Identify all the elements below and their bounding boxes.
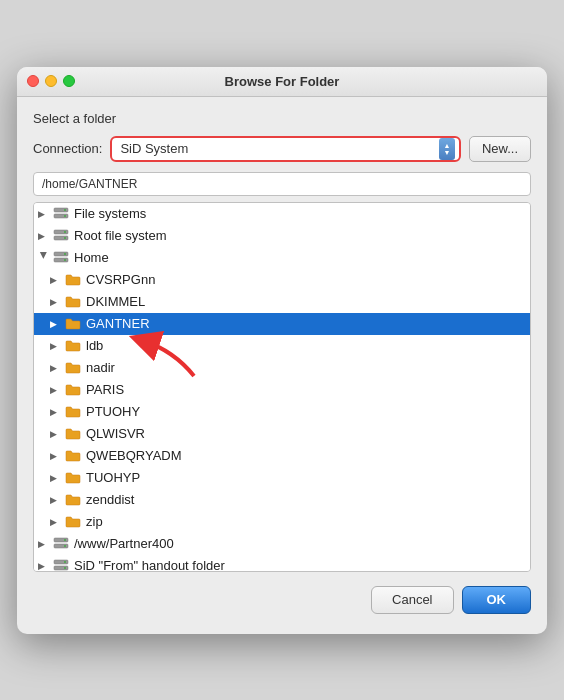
tree-item-label: Home	[74, 250, 109, 265]
svg-point-14	[64, 539, 66, 541]
expand-arrow-icon: ▶	[38, 209, 50, 219]
tree-item-label: ldb	[86, 338, 103, 353]
path-bar: /home/GANTNER	[33, 172, 531, 196]
svg-point-11	[64, 259, 66, 261]
svg-point-15	[64, 545, 66, 547]
svg-point-3	[64, 215, 66, 217]
dialog-title: Browse For Folder	[225, 74, 340, 89]
tree-item-label: GANTNER	[86, 316, 150, 331]
minimize-button[interactable]	[45, 75, 57, 87]
expand-arrow-icon: ▶	[38, 561, 50, 571]
expand-arrow-icon: ▶	[50, 275, 62, 285]
select-label: Select a folder	[33, 111, 531, 126]
tree-item-label: DKIMMEL	[86, 294, 145, 309]
folder-icon	[64, 514, 82, 530]
tree-item[interactable]: ▶QLWISVR	[34, 423, 530, 445]
tree-item-label: SiD "From" handout folder	[74, 558, 225, 572]
expand-arrow-icon: ▶	[38, 539, 50, 549]
svg-point-10	[64, 253, 66, 255]
expand-arrow-icon: ▶	[38, 231, 50, 241]
tree-item-label: TUOHYP	[86, 470, 140, 485]
titlebar: Browse For Folder	[17, 67, 547, 97]
svg-point-7	[64, 237, 66, 239]
tree-item[interactable]: ▶PARIS	[34, 379, 530, 401]
dialog-content: Select a folder Connection: SiD System ▲…	[17, 97, 547, 634]
folder-icon	[64, 492, 82, 508]
expand-arrow-icon: ▶	[50, 407, 62, 417]
server-icon	[52, 206, 70, 222]
tree-item[interactable]: ▶Root file system	[34, 225, 530, 247]
tree-item-label: PARIS	[86, 382, 124, 397]
tree-item[interactable]: ▶nadir	[34, 357, 530, 379]
folder-icon	[64, 360, 82, 376]
tree-item[interactable]: ▶ldb	[34, 335, 530, 357]
svg-point-19	[64, 567, 66, 569]
folder-icon	[64, 338, 82, 354]
server-icon	[52, 250, 70, 266]
tree-item[interactable]: ▶QWEBQRYADM	[34, 445, 530, 467]
browse-folder-dialog: Browse For Folder Select a folder Connec…	[17, 67, 547, 634]
tree-item-label: File systems	[74, 206, 146, 221]
svg-point-18	[64, 561, 66, 563]
connection-stepper[interactable]: ▲ ▼	[439, 138, 455, 160]
folder-icon	[64, 426, 82, 442]
tree-item-label: zip	[86, 514, 103, 529]
ok-button[interactable]: OK	[462, 586, 532, 614]
tree-item-label: nadir	[86, 360, 115, 375]
tree-item[interactable]: ▶/www/Partner400	[34, 533, 530, 555]
tree-item[interactable]: ▶Home	[34, 247, 530, 269]
tree-item[interactable]: ▶DKIMMEL	[34, 291, 530, 313]
expand-arrow-icon: ▶	[50, 341, 62, 351]
traffic-lights	[27, 75, 75, 87]
arrow-up-icon: ▲	[443, 142, 450, 149]
connection-select-value: SiD System	[116, 141, 438, 156]
tree-item-label: PTUOHY	[86, 404, 140, 419]
connection-row: Connection: SiD System ▲ ▼ New...	[33, 136, 531, 162]
expand-arrow-icon: ▶	[39, 252, 49, 264]
expand-arrow-icon: ▶	[50, 451, 62, 461]
expand-arrow-icon: ▶	[50, 517, 62, 527]
folder-icon	[64, 448, 82, 464]
svg-point-6	[64, 231, 66, 233]
new-button[interactable]: New...	[469, 136, 531, 162]
expand-arrow-icon: ▶	[50, 297, 62, 307]
server-icon	[52, 558, 70, 572]
tree-item-label: QLWISVR	[86, 426, 145, 441]
tree-item[interactable]: ▶GANTNER	[34, 313, 530, 335]
arrow-down-icon: ▼	[443, 149, 450, 156]
tree-item-label: CVSRPGnn	[86, 272, 155, 287]
expand-arrow-icon: ▶	[50, 429, 62, 439]
maximize-button[interactable]	[63, 75, 75, 87]
connection-label: Connection:	[33, 141, 102, 156]
folder-tree[interactable]: ▶File systems▶Root file system▶Home▶CVSR…	[33, 202, 531, 572]
tree-item[interactable]: ▶TUOHYP	[34, 467, 530, 489]
tree-item[interactable]: ▶CVSRPGnn	[34, 269, 530, 291]
cancel-button[interactable]: Cancel	[371, 586, 453, 614]
connection-select-wrapper[interactable]: SiD System ▲ ▼	[110, 136, 460, 162]
folder-icon	[64, 470, 82, 486]
bottom-buttons: Cancel OK	[33, 586, 531, 618]
server-icon	[52, 228, 70, 244]
tree-item-label: QWEBQRYADM	[86, 448, 182, 463]
folder-icon	[64, 404, 82, 420]
tree-item-label: zenddist	[86, 492, 134, 507]
tree-item-label: Root file system	[74, 228, 166, 243]
expand-arrow-icon: ▶	[50, 363, 62, 373]
expand-arrow-icon: ▶	[50, 473, 62, 483]
folder-icon	[64, 294, 82, 310]
server-icon	[52, 536, 70, 552]
tree-item-label: /www/Partner400	[74, 536, 174, 551]
tree-item[interactable]: ▶File systems	[34, 203, 530, 225]
svg-point-2	[64, 209, 66, 211]
folder-icon	[64, 316, 82, 332]
expand-arrow-icon: ▶	[50, 495, 62, 505]
folder-icon	[64, 382, 82, 398]
tree-item[interactable]: ▶SiD "From" handout folder	[34, 555, 530, 572]
folder-icon	[64, 272, 82, 288]
expand-arrow-icon: ▶	[50, 319, 62, 329]
tree-item[interactable]: ▶zip	[34, 511, 530, 533]
tree-item[interactable]: ▶zenddist	[34, 489, 530, 511]
expand-arrow-icon: ▶	[50, 385, 62, 395]
close-button[interactable]	[27, 75, 39, 87]
tree-item[interactable]: ▶PTUOHY	[34, 401, 530, 423]
